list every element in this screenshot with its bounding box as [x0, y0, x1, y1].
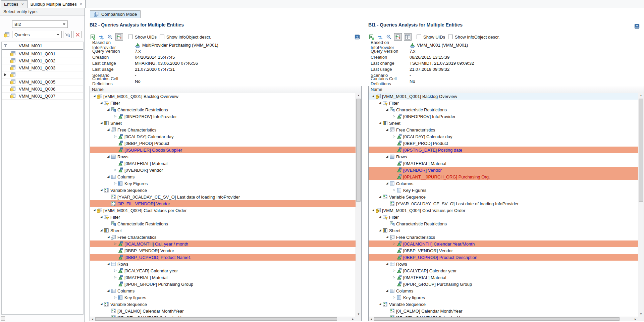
- side-by-side-icon-button[interactable]: [404, 33, 412, 41]
- comparison-mode-button[interactable]: Comparison Mode: [90, 10, 141, 18]
- tree-row[interactable]: a?Free Characteristics: [90, 234, 356, 240]
- tree-row[interactable]: ?[0I_CALMO] Calendar Month/Year: [369, 308, 638, 314]
- scroll-right-icon[interactable]: ►: [633, 317, 638, 321]
- close-icon[interactable]: ×: [21, 2, 24, 6]
- list-item[interactable]: VMM_M001_Q005: [2, 78, 83, 86]
- tree-row[interactable]: [0MATERIAL] Material: [90, 274, 356, 281]
- collapse-icon[interactable]: [378, 303, 382, 306]
- tree-row[interactable]: Key Figures: [90, 180, 356, 187]
- vertical-scrollbar[interactable]: ▲ ▼: [356, 93, 361, 317]
- tree-row[interactable]: [VMM_M001_Q004] Cost Values per Order: [90, 207, 356, 214]
- compare-icon-button[interactable]: [115, 33, 123, 41]
- tree-column-header[interactable]: Name: [90, 86, 361, 93]
- tree-row[interactable]: Rows: [369, 261, 638, 267]
- tab-buildup-multiple-entities[interactable]: Buildup Multiple Entities ×: [27, 0, 86, 8]
- tree-row[interactable]: [VMM_M001_Q004] Cost Values per Order: [369, 207, 638, 214]
- tree-row[interactable]: [0INFOPROV] InfoProvider: [90, 113, 356, 120]
- tree-row[interactable]: [0PLANT__0PURCH_ORG] Purchasing Org.: [369, 173, 638, 180]
- tree-row[interactable]: Key figures: [90, 294, 356, 301]
- expand-icon[interactable]: [113, 276, 118, 279]
- tree-row[interactable]: ?Variable Sequence: [369, 301, 638, 308]
- tree-row[interactable]: Characteristic Restrictions: [90, 220, 356, 227]
- scrollbar-thumb[interactable]: [356, 99, 361, 202]
- expand-icon[interactable]: [392, 115, 396, 118]
- list-item[interactable]: VMM_M001_Q007: [2, 93, 83, 100]
- tree-row[interactable]: Sheet: [90, 120, 356, 126]
- scrollbar-thumb[interactable]: [639, 99, 643, 202]
- tree-row[interactable]: [0VENDOR] Vendor: [90, 167, 356, 173]
- expand-icon[interactable]: [113, 115, 118, 118]
- scroll-down-icon[interactable]: ▼: [356, 312, 361, 317]
- tree-row[interactable]: ?[0I_CALMO] Calendar Month/Year: [90, 308, 356, 314]
- collapse-icon[interactable]: [92, 95, 97, 98]
- collapse-icon[interactable]: [371, 95, 375, 98]
- tree-row[interactable]: [0BBP_VENDOR] Vendor: [90, 247, 356, 254]
- collapse-icon[interactable]: [106, 108, 111, 111]
- excel-export-icon-button[interactable]: [368, 33, 375, 41]
- collapse-icon[interactable]: [385, 155, 389, 158]
- tree-row[interactable]: Columns: [90, 287, 356, 294]
- tree-row[interactable]: [0MATERIAL] Material: [90, 160, 356, 167]
- tree-row[interactable]: [0PUR_GROUP] Purchasing Group: [369, 281, 638, 287]
- collapse-icon[interactable]: [99, 215, 104, 219]
- expand-icon[interactable]: [392, 242, 396, 246]
- tree-row[interactable]: [0BBP_VENDOR] Vendor: [369, 247, 638, 254]
- collapse-icon[interactable]: [99, 121, 104, 125]
- expand-icon[interactable]: [392, 269, 396, 272]
- collapse-icon[interactable]: [385, 262, 389, 266]
- tree-row[interactable]: [0VENDOR] Vendor: [369, 167, 638, 173]
- zoom-out-icon-button[interactable]: [107, 33, 113, 41]
- transfer-icon-button[interactable]: [98, 33, 105, 41]
- expand-icon[interactable]: [392, 276, 396, 279]
- collapse-icon[interactable]: [371, 209, 375, 212]
- tree-row[interactable]: a?Free Characteristics: [90, 126, 356, 133]
- transfer-icon-button[interactable]: [377, 33, 383, 41]
- list-item[interactable]: VMM_M001_Q006: [2, 86, 83, 93]
- tree-row[interactable]: [0CALMONTH] Calendar Year/Month: [369, 240, 638, 247]
- tree-row[interactable]: [0BBP_UCPROD] Product Name1: [90, 254, 356, 261]
- tree-row[interactable]: [0CALDAY] Calendar day: [90, 133, 356, 140]
- help-icon[interactable]: ?: [355, 35, 360, 40]
- list-item[interactable]: VMM_M001_Q001: [2, 50, 83, 57]
- tree-row[interactable]: ?[0P_SEL_CALYEAR] Calendar Year: [90, 314, 356, 317]
- tree-row[interactable]: Filter: [369, 214, 638, 220]
- entity-type-select[interactable]: BI2: [12, 20, 68, 28]
- tree-row[interactable]: Key figures: [369, 294, 638, 301]
- tree-row[interactable]: Sheet: [369, 227, 638, 234]
- excel-export-icon-button[interactable]: [89, 33, 96, 41]
- tree-row[interactable]: [0BBP_PROD] Product: [90, 140, 356, 147]
- tree-row[interactable]: [0MATERIAL] Material: [369, 274, 638, 281]
- collapse-icon[interactable]: [106, 289, 111, 292]
- tree-row[interactable]: [0CALDAY] Calendar day: [369, 133, 638, 140]
- tree-row[interactable]: Characteristic Restrictions: [90, 106, 356, 113]
- tree-row[interactable]: Rows: [369, 153, 638, 160]
- close-icon[interactable]: ×: [80, 2, 82, 6]
- tree-row[interactable]: Filter: [369, 100, 638, 106]
- filter-button[interactable]: [63, 31, 72, 38]
- collapse-icon[interactable]: [106, 175, 111, 178]
- collapse-icon[interactable]: [385, 235, 389, 239]
- tree-row[interactable]: [0BBP_UCPROD] Product Description: [369, 254, 638, 261]
- collapse-icon[interactable]: [385, 289, 389, 292]
- tree-row[interactable]: [0CALYEAR] Calendar year: [369, 267, 638, 274]
- tree-row[interactable]: Sheet: [90, 227, 356, 234]
- tree-row[interactable]: Columns: [369, 180, 638, 187]
- collapse-icon[interactable]: [92, 209, 97, 212]
- collapse-icon[interactable]: [378, 101, 382, 105]
- tree-row[interactable]: ?[0P_SEL_CALYEAR] Calendar Year: [369, 314, 638, 317]
- tree-row[interactable]: ?[YVAR_0CALDAY_CE_SV_O] Last date of loa…: [90, 194, 356, 200]
- tree-row[interactable]: [0MATERIAL] Material: [369, 160, 638, 167]
- collapse-icon[interactable]: [378, 121, 382, 125]
- horizontal-scrollbar[interactable]: ◄ ►: [90, 317, 356, 321]
- category-select[interactable]: Queries: [12, 31, 62, 38]
- tree-row[interactable]: Characteristic Restrictions: [369, 106, 638, 113]
- list-filter-value[interactable]: VMM_M001: [17, 43, 42, 48]
- show-uids-checkbox[interactable]: [128, 35, 133, 39]
- expand-icon[interactable]: [113, 135, 118, 138]
- scrollbar-thumb[interactable]: [95, 317, 337, 321]
- expand-icon[interactable]: [113, 296, 118, 299]
- collapse-icon[interactable]: [99, 101, 104, 105]
- zoom-out-icon-button[interactable]: [385, 33, 392, 41]
- collapse-icon[interactable]: [106, 128, 111, 131]
- tree-row[interactable]: ?Variable Sequence: [90, 187, 356, 194]
